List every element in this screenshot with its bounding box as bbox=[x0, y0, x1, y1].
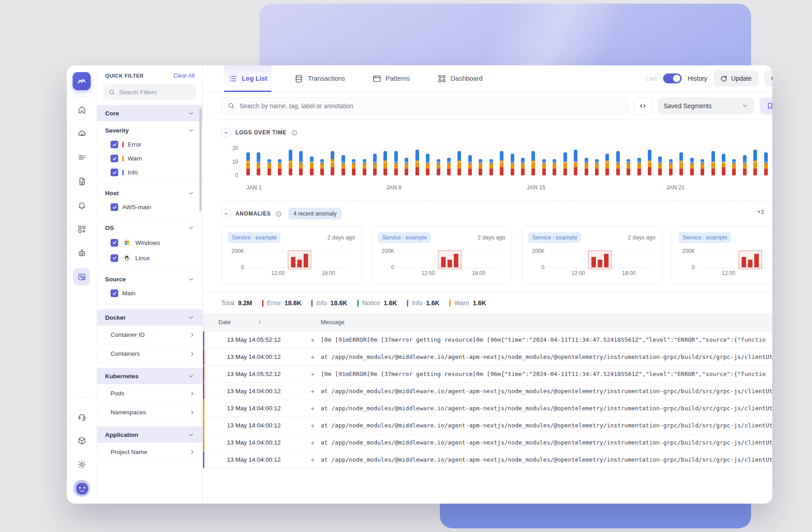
tab-dashboard[interactable]: Dashboard bbox=[433, 65, 487, 92]
anomaly-card[interactable]: Service : example2 days ago200K012:0018:… bbox=[521, 226, 662, 284]
rail-item-settings[interactable] bbox=[73, 456, 90, 473]
stacked-log-bar[interactable] bbox=[394, 151, 398, 175]
update-button[interactable]: Update bbox=[713, 70, 758, 87]
stacked-log-bar[interactable] bbox=[711, 151, 715, 175]
stacked-log-bar[interactable] bbox=[658, 156, 662, 175]
filter-option-info[interactable]: Info bbox=[97, 165, 203, 179]
stacked-log-bar[interactable] bbox=[743, 155, 747, 175]
stacked-log-bar[interactable] bbox=[637, 158, 641, 175]
log-table-row[interactable]: 13 May 14:04:00:12+at /app/node_modules/… bbox=[203, 383, 772, 400]
tab-transactions[interactable]: Transactions bbox=[290, 65, 349, 92]
rail-item-support[interactable] bbox=[73, 408, 90, 425]
filter-section-application[interactable]: Application bbox=[97, 427, 203, 443]
stacked-log-bar[interactable] bbox=[563, 152, 567, 175]
filter-group-source[interactable]: Source bbox=[97, 270, 203, 286]
stacked-log-bar[interactable] bbox=[585, 158, 588, 175]
filter-search-input[interactable] bbox=[119, 89, 182, 96]
filter-section-core[interactable]: Core bbox=[97, 105, 203, 121]
info-icon[interactable] bbox=[275, 211, 282, 217]
checkbox-checked[interactable] bbox=[111, 141, 118, 148]
more-anomalies-link[interactable]: +2 bbox=[757, 208, 764, 215]
checkbox-checked[interactable] bbox=[111, 203, 118, 211]
stacked-log-bar[interactable] bbox=[753, 150, 757, 175]
stacked-log-bar[interactable] bbox=[405, 158, 408, 175]
collapse-button[interactable] bbox=[221, 128, 231, 138]
time-range-button[interactable] bbox=[764, 70, 772, 87]
rail-item-home[interactable] bbox=[73, 101, 90, 118]
stacked-log-bar[interactable] bbox=[511, 154, 514, 175]
log-table-row[interactable]: 13 May 14:04:00:12+at /app/node_modules/… bbox=[203, 400, 772, 417]
stacked-log-bar[interactable] bbox=[574, 150, 577, 175]
filter-nav-containers[interactable]: Containers bbox=[97, 344, 203, 363]
expand-row-icon[interactable]: + bbox=[304, 404, 321, 412]
log-table-row[interactable]: 13 May 14:04:00:12+at /app/node_modules/… bbox=[203, 434, 772, 451]
filter-option-error[interactable]: Error bbox=[97, 138, 203, 151]
stacked-log-bar[interactable] bbox=[257, 152, 260, 175]
checkbox-checked[interactable] bbox=[111, 254, 118, 262]
checkbox-checked[interactable] bbox=[111, 169, 118, 176]
stacked-log-bar[interactable] bbox=[246, 152, 250, 175]
anomaly-card[interactable]: Service : example2 days ago200K012:0018:… bbox=[672, 226, 772, 284]
stacked-log-bar[interactable] bbox=[531, 151, 535, 175]
stacked-log-bar[interactable] bbox=[383, 151, 387, 175]
middleware-logo[interactable] bbox=[73, 72, 91, 90]
checkbox-checked[interactable] bbox=[111, 289, 118, 297]
rail-item-assistant[interactable] bbox=[73, 244, 90, 261]
filter-nav-pods[interactable]: Pods bbox=[97, 384, 203, 403]
saved-segments-select[interactable]: Saved Segments bbox=[658, 97, 754, 115]
user-avatar[interactable] bbox=[73, 479, 91, 497]
filter-search[interactable] bbox=[103, 84, 196, 100]
filter-section-kubernetes[interactable]: Kubernetes bbox=[97, 368, 203, 384]
stacked-log-bar[interactable] bbox=[447, 158, 451, 175]
expand-row-icon[interactable]: + bbox=[304, 336, 321, 344]
log-search-input[interactable] bbox=[240, 102, 622, 110]
stacked-log-bar[interactable] bbox=[415, 150, 419, 175]
collapse-button[interactable] bbox=[221, 209, 231, 219]
stacked-log-bar[interactable] bbox=[341, 155, 345, 175]
stacked-log-bar[interactable] bbox=[616, 151, 620, 175]
filter-scrollbar[interactable] bbox=[199, 109, 202, 211]
filter-nav-namespaces[interactable]: Namespaces bbox=[97, 403, 203, 422]
sort-icon[interactable] bbox=[257, 319, 263, 325]
anomaly-card[interactable]: Service : example2 days ago200K012:0018:… bbox=[371, 226, 512, 284]
stacked-log-bar[interactable] bbox=[373, 154, 377, 175]
filter-option-aws-main[interactable]: AWS-main bbox=[97, 200, 203, 214]
rail-item-alerts[interactable] bbox=[73, 197, 90, 214]
log-table-row[interactable]: 13 May 14:04:00:12+at /app/node_modules/… bbox=[203, 417, 772, 434]
stacked-log-bar[interactable] bbox=[605, 154, 609, 175]
stacked-log-bar[interactable] bbox=[457, 151, 461, 175]
stacked-log-bar[interactable] bbox=[331, 151, 334, 175]
filter-nav-project-name[interactable]: Project Name bbox=[97, 443, 203, 462]
filter-option-warn[interactable]: Warn bbox=[97, 151, 203, 165]
stacked-log-bar[interactable] bbox=[500, 151, 503, 175]
filter-section-docker[interactable]: Docker bbox=[97, 309, 203, 326]
stacked-log-bar[interactable] bbox=[679, 152, 683, 175]
save-segment-button[interactable] bbox=[760, 97, 772, 115]
rail-item-log-search[interactable] bbox=[73, 268, 90, 285]
filter-option-linux[interactable]: Linux bbox=[97, 250, 203, 266]
expand-row-icon[interactable]: + bbox=[304, 387, 321, 395]
stacked-log-bar[interactable] bbox=[690, 158, 694, 175]
clear-all-link[interactable]: Clear All bbox=[173, 73, 194, 79]
rail-item-dashboard-builder[interactable] bbox=[73, 220, 90, 238]
expand-row-icon[interactable]: + bbox=[304, 353, 321, 361]
stacked-log-bar[interactable] bbox=[299, 151, 303, 175]
stacked-log-bar[interactable] bbox=[648, 150, 651, 175]
tab-patterns[interactable]: Patterns bbox=[368, 65, 415, 92]
log-table-row[interactable]: 13 May 14:04:00:12+at /app/node_modules/… bbox=[203, 451, 772, 468]
filter-group-severity[interactable]: Severity bbox=[97, 121, 203, 138]
log-table-row[interactable]: 13 May 14:05:52:12+[0m [91mERROR[0m [37m… bbox=[203, 331, 772, 349]
log-table-row[interactable]: 13 May 14:04:00:12+at /app/node_modules/… bbox=[203, 349, 772, 366]
filter-group-host[interactable]: Host bbox=[97, 184, 203, 200]
filter-option-windows[interactable]: Windows bbox=[97, 235, 203, 250]
stacked-log-bar[interactable] bbox=[521, 158, 525, 175]
rail-item-integrations[interactable] bbox=[73, 432, 90, 449]
log-table-row[interactable]: 13 May 14:05:52:12+[0m [91mERROR[0m [37m… bbox=[203, 366, 772, 383]
expand-row-icon[interactable]: + bbox=[304, 422, 321, 429]
filter-nav-container-id[interactable]: Container ID bbox=[97, 326, 203, 344]
query-builder-button[interactable] bbox=[633, 97, 652, 115]
checkbox-checked[interactable] bbox=[111, 155, 118, 162]
live-history-toggle[interactable] bbox=[663, 73, 682, 83]
expand-row-icon[interactable]: + bbox=[304, 456, 321, 463]
log-search-box[interactable] bbox=[221, 97, 628, 115]
